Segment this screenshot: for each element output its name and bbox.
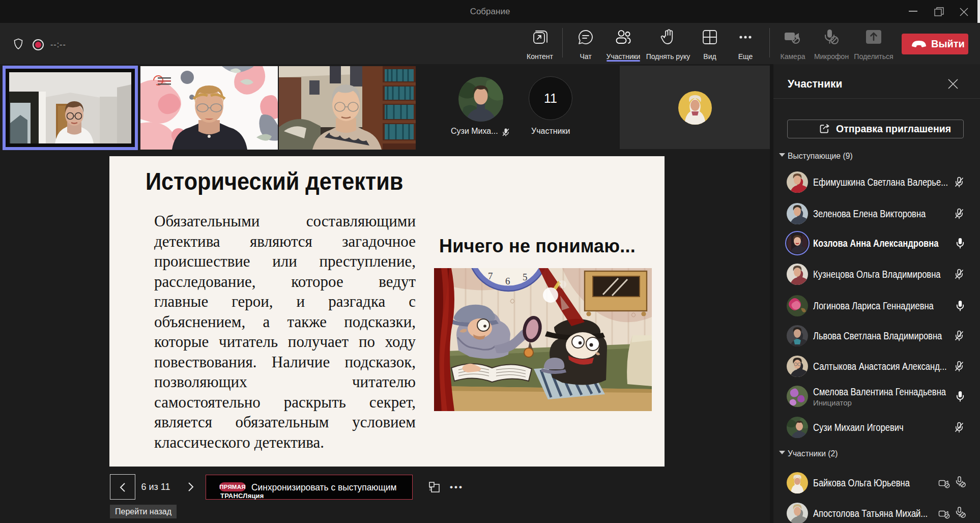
svg-text:7: 7 — [488, 271, 493, 281]
svg-text:5: 5 — [523, 272, 528, 282]
svg-text:6: 6 — [505, 276, 510, 286]
